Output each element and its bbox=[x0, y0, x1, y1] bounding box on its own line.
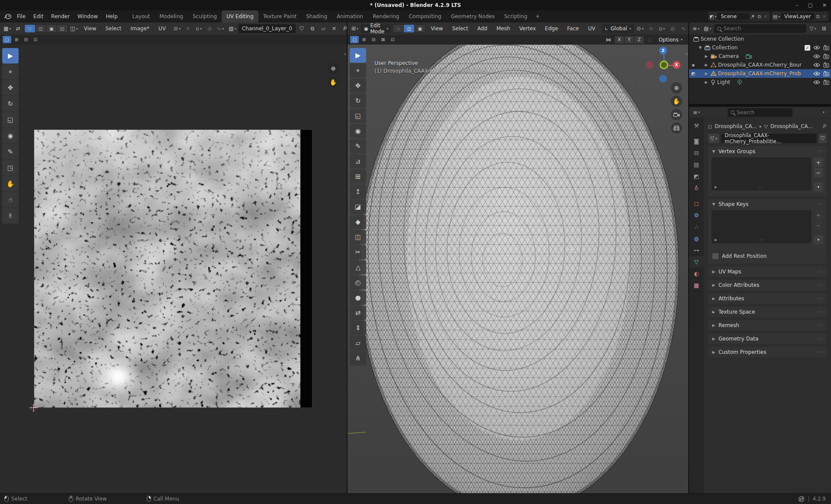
add-workspace-button[interactable]: + bbox=[532, 10, 543, 22]
workspace-tab[interactable]: Rendering bbox=[368, 10, 404, 22]
drag-handle-icon[interactable]: ∷∷ bbox=[818, 310, 823, 314]
eye-icon[interactable] bbox=[813, 45, 820, 50]
tool-annotate[interactable]: ✎ bbox=[350, 139, 366, 154]
tab-output[interactable]: ⊟ bbox=[689, 147, 704, 159]
navigation-gizmo[interactable]: Z X bbox=[649, 50, 680, 81]
tool-edge-slide[interactable]: ⇄ bbox=[350, 305, 366, 320]
open-image-folder-icon[interactable]: ▱ bbox=[319, 24, 328, 33]
tab-render[interactable]: ◙ bbox=[689, 135, 704, 147]
outliner-row-light[interactable]: ▶ Light bbox=[689, 78, 831, 87]
tool-move[interactable]: ✥ bbox=[2, 80, 19, 96]
mirror-icon[interactable]: ⋈ bbox=[604, 35, 613, 44]
zoom-icon[interactable]: ⊕ bbox=[671, 82, 682, 93]
tool-poly-build[interactable]: △ bbox=[350, 260, 366, 275]
eye-icon[interactable] bbox=[813, 80, 820, 84]
uv-texture-image[interactable] bbox=[34, 129, 312, 408]
uv-select-face[interactable]: ▣ bbox=[46, 25, 57, 32]
view-layer-selector[interactable]: ▤▾ ViewLayer ⧉ ✕ bbox=[772, 12, 828, 21]
outliner-row-camera[interactable]: ▶ Camera bbox=[689, 52, 831, 61]
minimize-button[interactable]: – bbox=[796, 2, 799, 8]
tool-move[interactable]: ✥ bbox=[350, 78, 366, 93]
uv-select-vertex[interactable]: ∷ bbox=[25, 25, 35, 32]
tool-smooth[interactable]: ● bbox=[350, 290, 366, 305]
fake-user-shield-icon[interactable]: ⛉ bbox=[297, 24, 306, 33]
gizmo-y-axis-ball[interactable] bbox=[660, 61, 668, 69]
options-dropdown[interactable]: Options ▾ bbox=[656, 35, 686, 44]
breadcrumb-object[interactable]: Drosophila_CA... bbox=[715, 123, 757, 129]
shape-key-specials-button[interactable]: ▾ bbox=[814, 235, 823, 244]
tool-tweak[interactable]: ▶ bbox=[2, 48, 19, 64]
render-camera-icon[interactable] bbox=[823, 62, 829, 67]
menu-item[interactable]: Add bbox=[473, 24, 491, 33]
snap-target-button[interactable]: ▫▾ bbox=[657, 24, 667, 33]
tool-transform[interactable]: ◉ bbox=[2, 128, 19, 144]
chevron-right-icon[interactable]: ▶ bbox=[704, 63, 709, 67]
area-divider[interactable] bbox=[689, 104, 831, 107]
proportional-falloff-button[interactable]: ∿ bbox=[679, 24, 688, 33]
uv-2d-cursor[interactable] bbox=[31, 405, 37, 411]
uv-selectbox-intersect[interactable]: ⊡ bbox=[31, 36, 40, 43]
proportional-editing-toggle[interactable]: ◎ bbox=[668, 24, 677, 33]
menu-item[interactable]: Vertex bbox=[515, 24, 540, 33]
tool-loop-cut[interactable]: ◫ bbox=[350, 230, 366, 244]
tool-annotate[interactable]: ✎ bbox=[2, 144, 19, 160]
tool-shrink-fatten[interactable]: ⇕ bbox=[350, 321, 366, 335]
list-resize-grip[interactable]: ∷∷ bbox=[758, 185, 764, 189]
workspace-tab[interactable]: Compositing bbox=[404, 10, 446, 22]
chevron-right-icon[interactable]: ▶ bbox=[715, 185, 717, 189]
proportional-editing-toggle[interactable]: ◎ bbox=[205, 24, 214, 33]
sidebar-toggle-icon[interactable]: ‹ bbox=[344, 51, 346, 57]
tab-view-layer[interactable]: ▤ bbox=[689, 159, 704, 170]
tool-shear[interactable]: ▱ bbox=[350, 336, 366, 350]
tab-tool[interactable]: ⚒ bbox=[689, 120, 704, 132]
workspace-tab[interactable]: Geometry Nodes bbox=[446, 10, 499, 22]
drag-handle-icon[interactable]: ∷∷ bbox=[818, 202, 823, 206]
workspace-tab[interactable]: UV Editing bbox=[222, 10, 258, 22]
outliner-filter-id-button[interactable]: ▤▾ bbox=[702, 24, 712, 33]
panel-vertex-groups-header[interactable]: ▼ Vertex Groups ∷∷ bbox=[708, 146, 827, 157]
tool-bevel[interactable]: ◆ bbox=[350, 215, 366, 229]
view-layer-name[interactable]: ViewLayer bbox=[781, 13, 815, 20]
collapsed-panel-header[interactable]: ▶ UV Maps ∷∷ bbox=[708, 266, 827, 277]
tab-particles[interactable]: ∴ bbox=[689, 221, 704, 233]
browse-mesh-data-button[interactable]: ▽▾ bbox=[708, 134, 719, 143]
tab-scene[interactable]: ◩ bbox=[689, 170, 704, 182]
vp-selectbox-extend[interactable]: ⊞ bbox=[360, 36, 368, 43]
new-collection-button[interactable]: ⊞ bbox=[819, 24, 829, 33]
drag-handle-icon[interactable]: ∷∷ bbox=[818, 149, 823, 154]
tool-cursor[interactable]: ⌖ bbox=[2, 64, 19, 80]
tool-measure[interactable]: ⊿ bbox=[350, 154, 366, 169]
proportional-falloff-button[interactable]: ∿▾ bbox=[216, 24, 225, 33]
menu-item[interactable]: Face bbox=[563, 24, 583, 33]
workspace-tab[interactable]: Scripting bbox=[499, 10, 532, 22]
collapsed-panel-header[interactable]: ▶ Texture Space ∷∷ bbox=[708, 307, 827, 317]
sticky-selection-button[interactable]: ◫▾ bbox=[69, 24, 79, 33]
orthographic-grid-icon[interactable] bbox=[671, 122, 682, 134]
vertex-groups-list[interactable]: ▶ ∷∷ bbox=[712, 157, 811, 190]
properties-search[interactable] bbox=[728, 108, 792, 117]
remove-vertex-group-button[interactable]: − bbox=[814, 168, 823, 177]
workspace-tab[interactable]: Modeling bbox=[155, 10, 188, 22]
vp-selectbox-intersect[interactable]: ⊡ bbox=[388, 36, 397, 43]
collapsed-panel-header[interactable]: ▶ Color Attributes ∷∷ bbox=[708, 280, 827, 290]
menu-item[interactable]: Help bbox=[102, 12, 121, 21]
menu-item[interactable]: Window bbox=[74, 12, 102, 21]
chevron-right-icon[interactable]: ▶ bbox=[704, 80, 709, 84]
chevron-right-icon[interactable]: ▶ bbox=[704, 54, 709, 58]
menu-item[interactable]: Image* bbox=[127, 24, 154, 33]
pin-icon[interactable] bbox=[822, 124, 827, 129]
add-rest-position-checkbox[interactable] bbox=[712, 253, 718, 259]
new-scene-icon[interactable]: ⧉ bbox=[757, 14, 762, 19]
pivot-point-button[interactable]: ⊙▾ bbox=[635, 24, 645, 33]
collection-checkbox[interactable]: ✓ bbox=[805, 45, 810, 51]
breadcrumb-data[interactable]: Drosophila_CA... bbox=[770, 123, 813, 129]
pin-icon[interactable] bbox=[750, 14, 756, 19]
menu-item[interactable]: Select bbox=[448, 24, 472, 33]
uv-canvas[interactable]: ▶ ⌖ ✥ ↻ ◱ ◉ ✎ ◳ ✋ ☝ ✌ ⊕ ✋ bbox=[0, 45, 347, 493]
image-name-field[interactable]: Channel_0_Layer_0 bbox=[238, 24, 296, 33]
snap-toggle-icon[interactable]: ∩ bbox=[183, 24, 193, 33]
snap-toggle-icon[interactable]: ∩ bbox=[646, 24, 656, 33]
tool-spin[interactable]: ◴ bbox=[350, 275, 366, 290]
uv-selectbox-new[interactable]: ▢ bbox=[3, 36, 11, 43]
drag-handle-icon[interactable]: ∷∷ bbox=[818, 296, 823, 301]
